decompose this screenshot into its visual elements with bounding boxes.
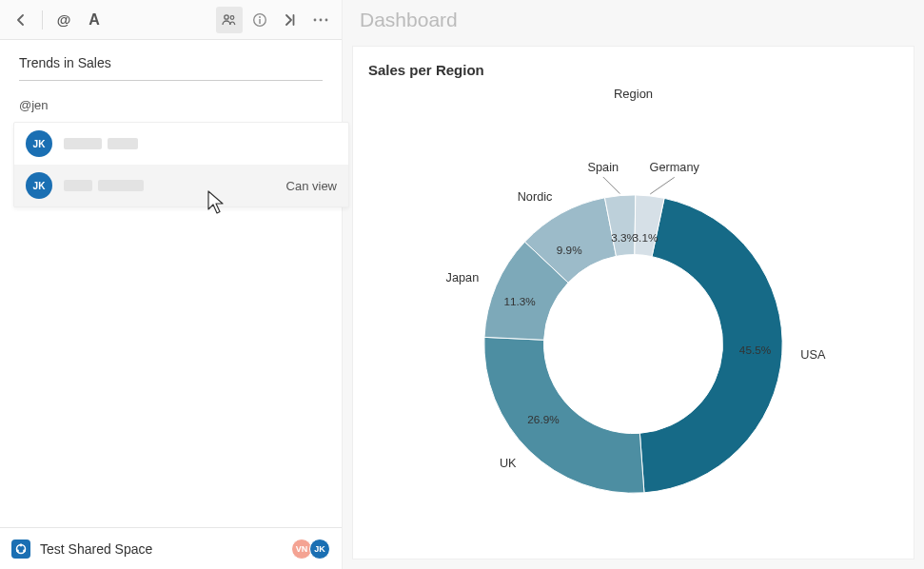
format-text-button[interactable]: A xyxy=(81,7,108,33)
suggestion-item[interactable]: JK xyxy=(14,123,348,165)
redacted-name xyxy=(64,180,144,191)
svg-point-1 xyxy=(230,15,234,19)
leader-line xyxy=(603,177,620,194)
footer: Test Shared Space VN JK xyxy=(0,527,342,569)
svg-rect-4 xyxy=(259,19,260,24)
slice-category-label: Spain xyxy=(588,160,619,174)
slice-category-label: Nordic xyxy=(518,189,553,204)
space-icon[interactable] xyxy=(11,540,30,559)
slice-value-label: 11.3% xyxy=(503,295,536,307)
chart-card: Sales per Region Region 45.5%USA26.9%UK1… xyxy=(352,46,914,559)
legend-title: Region xyxy=(614,87,653,101)
mention-input[interactable]: @jen xyxy=(19,98,323,112)
avatar: JK xyxy=(26,130,52,157)
slice-value-label: 3.1% xyxy=(633,231,659,244)
dashboard-header: Dashboard xyxy=(343,0,924,40)
panel-body: Trends in Sales @jen xyxy=(0,40,342,128)
redacted-name xyxy=(64,138,138,149)
space-name[interactable]: Test Shared Space xyxy=(40,541,152,557)
info-button[interactable] xyxy=(246,7,273,33)
svg-point-8 xyxy=(325,18,328,21)
people-button[interactable] xyxy=(216,7,243,33)
section-title: Trends in Sales xyxy=(19,55,323,81)
svg-point-6 xyxy=(314,18,317,21)
avatar: JK xyxy=(26,172,52,199)
svg-point-7 xyxy=(320,18,323,21)
suggestion-item[interactable]: JK Can view xyxy=(14,165,348,206)
svg-point-3 xyxy=(259,16,261,18)
mention-suggestions: JK JK Can view xyxy=(13,122,349,207)
svg-point-11 xyxy=(16,549,19,552)
slice-value-label: 45.5% xyxy=(739,343,772,356)
donut-chart: 45.5%USA26.9%UK11.3%Japan9.9%Nordic3.3%S… xyxy=(353,102,914,549)
slice-category-label: Japan xyxy=(446,270,480,284)
left-toolbar: @ A xyxy=(0,0,342,40)
slice-category-label: UK xyxy=(500,456,517,470)
chart-title: Sales per Region xyxy=(368,62,898,78)
slice-value-label: 9.9% xyxy=(557,244,582,256)
permission-label: Can view xyxy=(286,179,337,193)
mention-button[interactable]: @ xyxy=(50,7,77,33)
right-area: Dashboard Sales per Region Region 45.5%U… xyxy=(343,0,924,569)
svg-point-10 xyxy=(20,543,23,546)
toolbar-divider xyxy=(42,10,43,29)
back-button[interactable] xyxy=(8,7,34,33)
slice-category-label: Germany xyxy=(650,160,700,174)
slice-value-label: 26.9% xyxy=(527,413,560,425)
collapse-button[interactable] xyxy=(277,7,304,33)
svg-point-0 xyxy=(225,14,228,18)
left-panel: @ A Trends in Sales @jen xyxy=(0,0,343,569)
avatar[interactable]: JK xyxy=(309,539,330,559)
leader-line xyxy=(650,177,674,194)
svg-point-12 xyxy=(23,549,26,552)
more-button[interactable] xyxy=(307,7,334,33)
slice-category-label: USA xyxy=(800,347,826,362)
